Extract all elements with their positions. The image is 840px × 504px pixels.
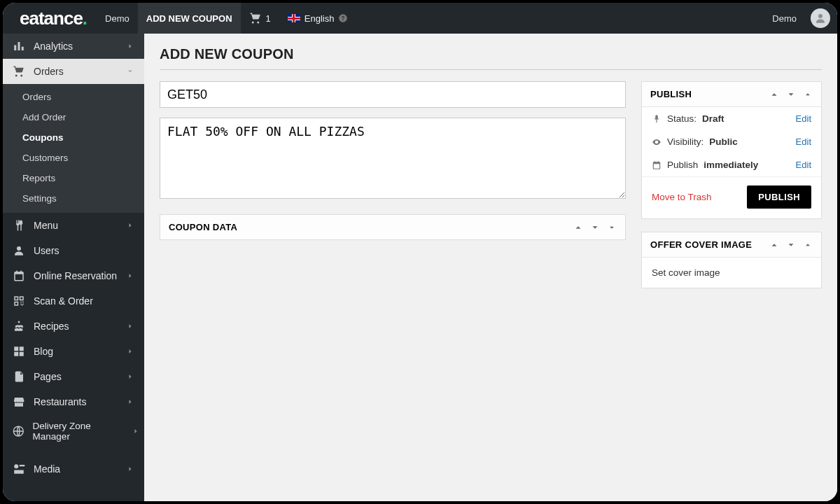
set-cover-image-link[interactable]: Set cover image [642,258,821,288]
grid-icon [13,345,25,358]
caret-up-icon[interactable] [803,90,813,99]
publish-schedule-row: Publish immediately Edit [642,153,821,176]
sidebar-sub-reports[interactable]: Reports [3,168,144,188]
svg-rect-3 [14,46,16,51]
media-icon [13,463,25,475]
sidebar-item-restaurants[interactable]: Restaurants [3,389,144,414]
sidebar-item-recipes[interactable]: Recipes [3,314,144,339]
utensils-icon [13,219,25,232]
sidebar-label: Pages [34,371,62,382]
schedule-value: immediately [704,160,758,170]
svg-rect-5 [22,47,24,50]
sidebar-item-pages[interactable]: Pages [3,364,144,389]
chart-bar-icon [13,40,25,52]
sidebar-sub-coupons[interactable]: Coupons [3,127,144,148]
calendar-icon [652,160,662,170]
visibility-value: Public [709,136,738,147]
svg-point-6 [17,246,21,251]
panel-title: PUBLISH [650,89,692,99]
sidebar-label: Online Reservation [34,270,117,281]
sidebar-item-scan-order[interactable]: Scan & Order [3,288,144,314]
publish-actions: Move to Trash PUBLISH [642,176,821,218]
chevron-up-icon[interactable] [769,90,779,99]
svg-rect-4 [18,42,20,50]
cart-icon [13,65,25,78]
sidebar-item-blog[interactable]: Blog [3,339,144,364]
sidebar-item-analytics[interactable]: Analytics [3,34,144,59]
sidebar-label: Orders [34,66,64,77]
sidebar-label: Menu [34,220,58,231]
chevron-right-icon [132,427,140,435]
sidebar-item-media[interactable]: Media [3,456,144,482]
sidebar-sub-settings[interactable]: Settings [3,188,144,209]
caret-down-icon[interactable] [607,223,617,232]
top-user-name[interactable]: Demo [764,3,805,34]
chevron-down-icon[interactable] [786,90,796,99]
status-value: Draft [702,113,724,124]
sidebar-sub-orders[interactable]: Orders [3,87,144,107]
chevron-up-icon[interactable] [769,240,779,250]
visibility-label: Visibility: [667,136,704,147]
chevron-right-icon [126,465,134,473]
page-title: ADD NEW COUPON [160,46,822,70]
cart-indicator[interactable]: 1 [241,12,279,24]
language-switcher[interactable]: English ? [279,13,357,24]
move-to-trash-link[interactable]: Move to Trash [652,192,712,202]
sidebar-submenu-orders: Orders Add Order Coupons Customers Repor… [3,84,144,213]
help-icon: ? [338,13,348,23]
edit-visibility-link[interactable]: Edit [796,136,811,147]
chevron-right-icon [126,372,134,381]
publish-panel-header[interactable]: PUBLISH [642,82,821,107]
brand-logo[interactable]: eatance. [10,8,97,29]
brand-dot: . [83,8,87,29]
publish-visibility-row: Visibility: Public Edit [642,130,821,153]
chevron-down-icon[interactable] [590,223,600,232]
uk-flag-icon [288,14,300,22]
sidebar-sub-customers[interactable]: Customers [3,148,144,168]
chevron-up-icon[interactable] [573,223,583,232]
coupon-description-textarea[interactable] [160,118,626,199]
top-link-demo[interactable]: Demo [97,3,138,34]
chevron-right-icon [126,221,134,230]
coupon-title-input[interactable] [160,81,626,108]
chevron-down-icon[interactable] [786,240,796,250]
chevron-down-icon [126,67,134,76]
edit-status-link[interactable]: Edit [796,113,811,124]
sidebar: Analytics Orders Orders Add Order Coupon… [3,34,144,501]
qr-icon [13,295,25,307]
chevron-right-icon [126,272,134,280]
sidebar-item-delivery-zone[interactable]: Delivery Zone Manager [3,414,144,448]
sidebar-item-users[interactable]: Users [3,238,144,263]
publish-status-row: Status: Draft Edit [642,107,821,130]
cover-image-panel-header[interactable]: OFFER COVER IMAGE [642,232,821,258]
sidebar-label: Scan & Order [34,295,93,307]
globe-icon [13,425,24,438]
cart-count: 1 [266,13,271,24]
person-icon [814,12,827,24]
sidebar-item-orders[interactable]: Orders [3,59,144,84]
sidebar-label: Restaurants [34,396,86,407]
svg-point-8 [14,464,18,468]
sidebar-label: Users [34,245,59,256]
top-link-add-new-coupon[interactable]: ADD NEW COUPON [138,3,241,34]
chevron-right-icon [126,42,134,50]
cart-icon [249,12,262,24]
calendar-icon [13,270,25,282]
coupon-data-panel-header[interactable]: COUPON DATA [160,215,625,239]
sidebar-label: Recipes [34,321,69,332]
user-icon [13,244,25,257]
status-label: Status: [667,113,696,124]
avatar[interactable] [811,8,830,28]
sidebar-item-menu[interactable]: Menu [3,213,144,238]
sidebar-item-online-reservation[interactable]: Online Reservation [3,263,144,288]
sidebar-sub-add-order[interactable]: Add Order [3,107,144,127]
chevron-right-icon [126,398,134,406]
language-label: English [304,13,335,24]
sidebar-label: Analytics [34,41,73,52]
publish-button[interactable]: PUBLISH [747,186,811,209]
caret-up-icon[interactable] [803,240,813,250]
edit-schedule-link[interactable]: Edit [796,160,811,170]
svg-text:?: ? [342,15,345,22]
brand-text: eatance [20,8,83,29]
topbar: eatance. Demo ADD NEW COUPON 1 English ?… [3,3,837,34]
